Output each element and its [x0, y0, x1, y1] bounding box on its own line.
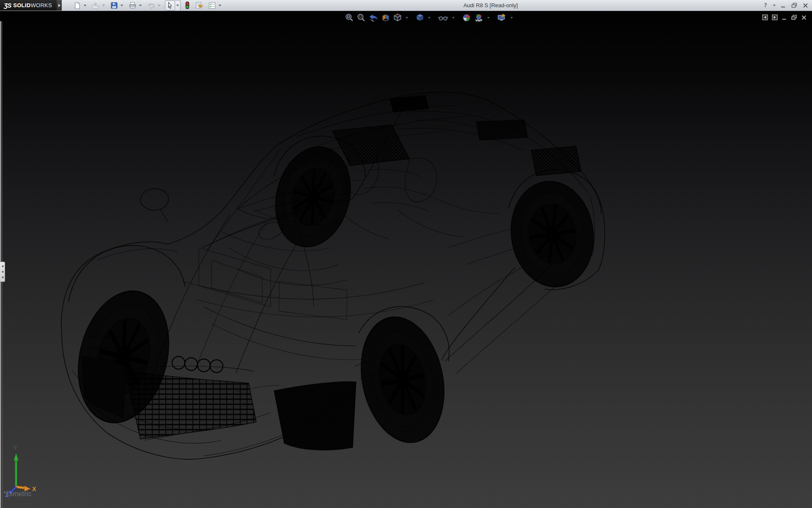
chevron-right-icon [58, 4, 60, 7]
brand-name-light: WORKS [30, 2, 52, 8]
print-dropdown[interactable] [137, 0, 143, 11]
options-button[interactable] [207, 0, 217, 11]
chevron-down-icon [121, 5, 123, 6]
graphics-area[interactable] [0, 11, 812, 508]
heads-up-view-toolbar [343, 13, 519, 23]
rebuild-traffic-light-icon [184, 1, 190, 9]
edit-appearance-icon [462, 13, 471, 22]
undo-dropdown[interactable] [156, 0, 162, 11]
minimize-icon [781, 3, 786, 8]
chevron-down-icon [773, 5, 776, 6]
chevron-down-icon [84, 5, 86, 6]
options-dropdown[interactable] [217, 0, 223, 11]
hide-show-items-button[interactable] [436, 13, 450, 23]
view-settings-icon [497, 13, 507, 22]
display-style-dropdown[interactable] [426, 13, 433, 23]
display-style-icon [415, 13, 425, 22]
restore-icon [791, 3, 797, 8]
print-button[interactable] [128, 0, 137, 11]
view-orientation-dropdown[interactable] [403, 13, 410, 23]
document-window-controls [762, 14, 807, 20]
view-orientation-icon [393, 13, 402, 22]
collapse-arrow-icon [2, 271, 3, 273]
document-title: Audi R8 S [Read-only] [464, 0, 518, 11]
brand-name-bold: SOLID [13, 2, 30, 8]
zoom-to-area-icon [357, 13, 366, 22]
close-button[interactable] [801, 2, 809, 9]
view-orientation-button[interactable] [392, 13, 403, 23]
display-style-button[interactable] [414, 13, 426, 23]
restore-button[interactable] [790, 2, 798, 9]
open-icon [92, 2, 100, 9]
doc-restore-button[interactable] [791, 14, 797, 20]
chevron-down-icon [510, 17, 513, 19]
model-wireframe-audi-r8[interactable] [0, 11, 812, 508]
apply-scene-icon [474, 13, 484, 22]
apply-scene-dropdown[interactable] [485, 13, 492, 23]
ds-logo-mark: ƷS [4, 2, 11, 9]
select-button[interactable] [165, 0, 175, 11]
help-dropdown[interactable] [772, 2, 776, 9]
pane-next-icon [772, 14, 778, 20]
rebuild-button[interactable] [184, 0, 191, 11]
chevron-down-icon [176, 5, 179, 6]
help-button[interactable]: ? [761, 2, 770, 9]
chevron-down-icon [487, 17, 490, 19]
open-dropdown[interactable] [101, 0, 107, 11]
save-icon [110, 2, 118, 9]
hide-show-items-icon [438, 13, 449, 22]
pane-next-button[interactable] [772, 14, 778, 20]
doc-restore-icon [791, 14, 797, 20]
help-icon: ? [764, 2, 767, 9]
new-document-button[interactable] [73, 0, 82, 11]
edit-appearance-button[interactable] [461, 13, 472, 23]
pane-previous-icon [762, 14, 768, 20]
apply-scene-button[interactable] [472, 13, 485, 23]
print-icon [129, 2, 137, 9]
collapse-arrow-icon [2, 276, 3, 279]
view-settings-dropdown[interactable] [508, 13, 515, 23]
view-settings-button[interactable] [496, 13, 508, 23]
file-properties-button[interactable] [194, 0, 204, 11]
triad-y-label: Y [14, 444, 17, 451]
standard-toolbar [73, 0, 226, 11]
previous-view-icon [368, 13, 379, 22]
section-view-button[interactable] [380, 13, 392, 23]
solidworks-window: ƷS SOLIDWORKS [0, 0, 812, 508]
hide-show-items-dropdown[interactable] [450, 13, 457, 23]
undo-button[interactable] [146, 0, 156, 11]
chevron-down-icon [158, 5, 160, 6]
chevron-down-icon [219, 5, 221, 6]
zoom-to-area-button[interactable] [355, 13, 367, 23]
chevron-down-icon [102, 5, 105, 6]
chevron-down-icon [428, 17, 431, 19]
doc-close-button[interactable] [801, 15, 807, 20]
close-icon [803, 3, 808, 8]
previous-view-button[interactable] [367, 13, 380, 23]
undo-icon [147, 2, 155, 9]
save-button[interactable] [110, 0, 119, 11]
orientation-triad: Y X Z [0, 440, 51, 497]
minimize-button[interactable] [779, 2, 787, 9]
file-properties-icon [195, 1, 203, 9]
feature-manager-collapsed-tab[interactable] [0, 262, 5, 282]
zoom-to-fit-icon [345, 13, 354, 22]
save-dropdown[interactable] [119, 0, 125, 11]
options-icon [208, 2, 216, 9]
chevron-down-icon [452, 17, 455, 19]
select-dropdown[interactable] [175, 0, 181, 11]
collapse-arrow-icon [2, 265, 3, 268]
open-button[interactable] [91, 0, 101, 11]
menu-expand-tab[interactable] [57, 0, 62, 11]
new-document-icon [74, 2, 81, 9]
app-window-controls: ? [761, 0, 809, 11]
select-cursor-icon [166, 1, 174, 10]
chevron-down-icon [406, 17, 408, 19]
doc-close-icon [801, 15, 807, 20]
pane-previous-button[interactable] [762, 14, 768, 20]
new-document-dropdown[interactable] [82, 0, 88, 11]
title-bar: ƷS SOLIDWORKS [0, 0, 812, 11]
doc-minimize-button[interactable] [782, 15, 787, 20]
triad-x-label: X [32, 486, 36, 492]
zoom-to-fit-button[interactable] [343, 13, 355, 23]
